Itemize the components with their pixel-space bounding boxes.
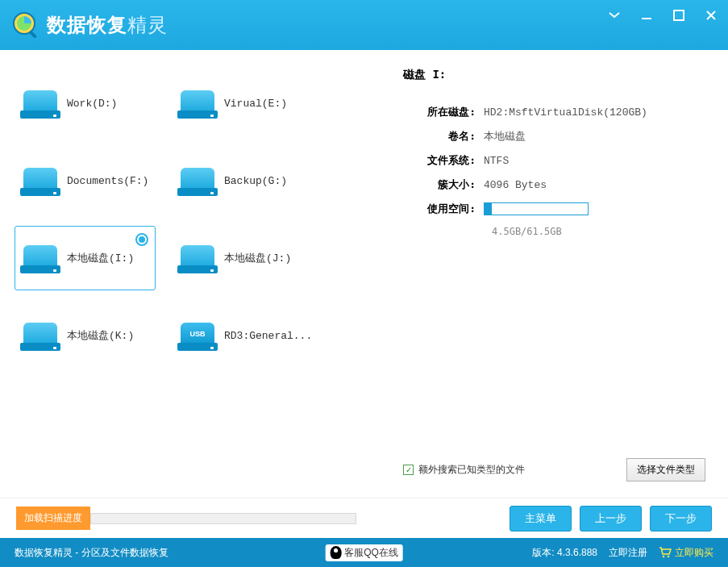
svg-point-5 [663, 556, 665, 558]
disk-info-title: 磁盘 I: [403, 68, 705, 82]
extra-search-row: ✓ 额外搜索已知类型的文件 选择文件类型 [403, 458, 705, 482]
footer: 数据恢复精灵 - 分区及文件数据恢复 客服QQ在线 版本: 4.3.6.888 … [0, 538, 728, 567]
drive-label: 本地磁盘(J:) [224, 251, 291, 265]
drive-label: Work(D:) [67, 98, 117, 110]
maximize-icon[interactable] [670, 8, 688, 23]
label-volume: 卷名: [403, 129, 484, 144]
hard-drive-icon [20, 163, 60, 198]
checkbox-checked-icon: ✓ [403, 465, 414, 475]
prev-button[interactable]: 上一步 [580, 506, 642, 532]
usage-bar [484, 202, 589, 215]
cart-icon [659, 547, 672, 558]
register-link[interactable]: 立即注册 [609, 546, 647, 560]
window-controls [605, 8, 720, 23]
usage-text: 4.5GB/61.5GB [492, 226, 705, 237]
drive-label: Virual(E:) [224, 98, 287, 110]
version-text: 版本: 4.3.6.888 [532, 546, 597, 560]
label-cluster: 簇大小: [403, 177, 484, 192]
drive-label: RD3:General... [224, 330, 312, 342]
qq-support-button[interactable]: 客服QQ在线 [325, 544, 403, 561]
drive-item[interactable]: 本地磁盘(J:) [172, 226, 313, 290]
hard-drive-icon [20, 85, 60, 121]
app-logo: 数据恢复精灵 [10, 9, 168, 41]
main-content: Work(D:)Virual(E:)Documents(F:)Backup(G:… [0, 50, 728, 498]
next-button[interactable]: 下一步 [650, 506, 712, 532]
hard-drive-icon [20, 318, 60, 353]
titlebar: 数据恢复精灵 [0, 0, 728, 50]
select-file-type-button[interactable]: 选择文件类型 [626, 458, 705, 482]
drive-label: Documents(F:) [67, 175, 148, 187]
disk-info-panel: 磁盘 I: 所在磁盘: HD2:MsftVirtualDisk(120GB) 卷… [387, 66, 728, 498]
footer-status: 数据恢复精灵 - 分区及文件数据恢复 [15, 546, 168, 560]
progress-section: 加载扫描进度 [16, 507, 356, 530]
app-title: 数据恢复精灵 [47, 12, 168, 38]
svg-rect-3 [642, 18, 651, 19]
value-volume: 本地磁盘 [484, 129, 526, 144]
value-filesystem: NTFS [484, 155, 509, 167]
svg-rect-4 [674, 10, 684, 20]
nav-buttons: 主菜单 上一步 下一步 [510, 506, 712, 532]
main-menu-button[interactable]: 主菜单 [510, 506, 572, 532]
drive-list-panel: Work(D:)Virual(E:)Documents(F:)Backup(G:… [0, 66, 387, 498]
load-progress-button[interactable]: 加载扫描进度 [16, 507, 90, 530]
drive-label: 本地磁盘(K:) [67, 328, 134, 343]
drive-item[interactable]: 本地磁盘(I:) [15, 226, 156, 290]
drive-label: 本地磁盘(I:) [67, 251, 134, 265]
progress-track [90, 513, 356, 524]
hard-drive-icon [177, 240, 218, 276]
close-icon[interactable] [702, 8, 720, 23]
hard-drive-icon [177, 85, 218, 121]
label-disk: 所在磁盘: [403, 105, 484, 119]
qq-icon [330, 546, 341, 559]
hard-drive-icon [20, 240, 60, 276]
drive-item[interactable]: Documents(F:) [15, 148, 156, 213]
label-filesystem: 文件系统: [403, 153, 484, 168]
value-disk: HD2:MsftVirtualDisk(120GB) [484, 106, 647, 119]
drive-item[interactable]: Work(D:) [15, 71, 156, 135]
hard-drive-icon [177, 163, 218, 198]
logo-icon [10, 9, 42, 41]
drive-item[interactable]: Backup(G:) [172, 148, 313, 213]
buy-link[interactable]: 立即购买 [659, 546, 713, 560]
footer-right: 版本: 4.3.6.888 立即注册 立即购买 [532, 546, 713, 560]
value-cluster: 4096 Bytes [484, 179, 547, 191]
dropdown-icon[interactable] [605, 8, 623, 23]
drive-label: Backup(G:) [224, 175, 287, 187]
svg-point-6 [668, 556, 670, 558]
drive-item[interactable]: USBRD3:General... [172, 303, 313, 368]
drive-item[interactable]: Virual(E:) [172, 71, 313, 135]
usb-drive-icon: USB [177, 318, 218, 353]
bottom-bar: 加载扫描进度 主菜单 上一步 下一步 [0, 498, 728, 538]
label-usage: 使用空间: [403, 202, 484, 216]
minimize-icon[interactable] [638, 8, 655, 23]
drive-item[interactable]: 本地磁盘(K:) [15, 303, 156, 368]
extra-search-checkbox[interactable]: ✓ 额外搜索已知类型的文件 [403, 463, 525, 477]
svg-rect-2 [29, 31, 37, 39]
